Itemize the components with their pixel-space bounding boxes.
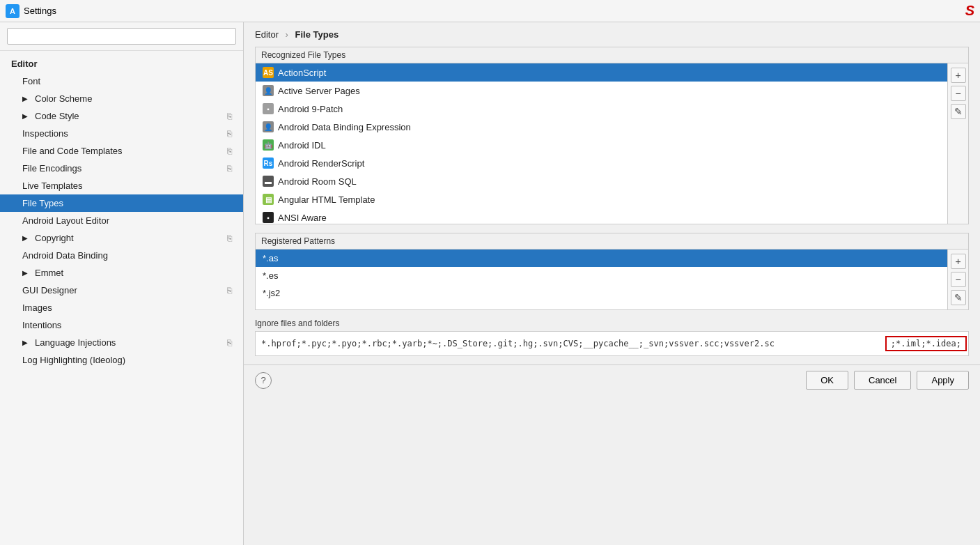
list-item-label: Android Room SQL bbox=[278, 176, 357, 187]
cancel-button[interactable]: Cancel bbox=[854, 371, 911, 390]
remove-file-type-button[interactable]: − bbox=[951, 86, 966, 101]
list-item-label: Active Server Pages bbox=[278, 86, 360, 96]
edit-file-type-button[interactable]: ✎ bbox=[951, 104, 966, 119]
apply-button[interactable]: Apply bbox=[917, 371, 969, 390]
add-pattern-button[interactable]: + bbox=[951, 254, 966, 269]
sidebar-item-label: Android Data Binding bbox=[22, 250, 108, 261]
list-item[interactable]: 🤖 Android IDL bbox=[256, 136, 947, 154]
sidebar-item-gui-designer[interactable]: GUI Designer ⎘ bbox=[0, 282, 243, 299]
list-item[interactable]: 👤 Android Data Binding Expression bbox=[256, 118, 947, 136]
brand-logo: S bbox=[965, 3, 974, 19]
file-type-icon-idl: 🤖 bbox=[263, 139, 274, 151]
list-item-label: Android 9-Patch bbox=[278, 104, 343, 114]
breadcrumb-separator: › bbox=[286, 29, 288, 40]
list-item[interactable]: ▪ Android 9-Patch bbox=[256, 100, 947, 118]
file-types-list[interactable]: AS ActionScript 👤 Active Server Pages ▪ … bbox=[256, 63, 947, 224]
copy-icon: ⎘ bbox=[227, 338, 232, 348]
sidebar-item-label: Images bbox=[22, 302, 52, 313]
file-type-icon-sql: ▬ bbox=[263, 176, 274, 187]
help-button[interactable]: ? bbox=[255, 372, 272, 389]
breadcrumb: Editor › File Types bbox=[244, 22, 980, 47]
file-types-buttons: + − ✎ bbox=[947, 63, 968, 224]
list-item[interactable]: 👤 Active Server Pages bbox=[256, 82, 947, 100]
app-icon: A bbox=[6, 4, 20, 18]
file-type-icon-angular: ▤ bbox=[263, 194, 274, 205]
search-box[interactable]: 🔍 bbox=[0, 22, 243, 51]
sidebar-item-label: Inspections bbox=[22, 128, 68, 139]
edit-pattern-button[interactable]: ✎ bbox=[951, 290, 966, 305]
sidebar-item-label: Intentions bbox=[22, 320, 61, 330]
list-item-label: *.as bbox=[263, 253, 278, 263]
ignore-input-highlighted: ;*.iml;*.idea; bbox=[885, 336, 967, 351]
sidebar-item-label: Language Injections bbox=[35, 337, 116, 348]
registered-patterns-text: Registered Patterns bbox=[261, 236, 335, 246]
list-item-label: ActionScript bbox=[278, 68, 326, 78]
sidebar-item-label: Live Templates bbox=[22, 181, 82, 191]
sidebar-item-intentions[interactable]: Intentions bbox=[0, 316, 243, 334]
list-item[interactable]: AS ActionScript bbox=[256, 63, 947, 82]
recognized-file-types-section: Recognized File Types AS ActionScript 👤 … bbox=[255, 47, 969, 224]
sidebar-item-label: Font bbox=[22, 76, 40, 86]
sidebar-item-label: File Types bbox=[22, 198, 63, 208]
title-bar: A Settings S bbox=[0, 0, 980, 22]
add-file-type-button[interactable]: + bbox=[951, 68, 966, 83]
file-type-icon-ansi: ▪ bbox=[263, 212, 274, 223]
list-item-label: Android IDL bbox=[278, 140, 326, 151]
chevron-icon: ▶ bbox=[22, 234, 31, 242]
sidebar-item-emmet[interactable]: ▶ Emmet bbox=[0, 264, 243, 282]
main-container: 🔍 Editor Font ▶ Color Scheme ▶ Code Styl… bbox=[0, 22, 980, 545]
recognized-file-types-label: Recognized File Types bbox=[256, 47, 968, 63]
copy-icon: ⎘ bbox=[227, 146, 232, 156]
list-item[interactable]: *.as bbox=[256, 250, 947, 267]
sidebar-item-copyright[interactable]: ▶ Copyright ⎘ bbox=[0, 229, 243, 247]
sidebar-item-android-data-binding[interactable]: Android Data Binding bbox=[0, 247, 243, 264]
chevron-icon: ▶ bbox=[22, 95, 31, 102]
ignore-input-left: *.hprof;*.pyc;*.pyo;*.rbc;*.yarb;*~;.DS_… bbox=[256, 336, 885, 351]
content-area: Editor › File Types Recognized File Type… bbox=[244, 22, 980, 545]
sidebar-item-images[interactable]: Images bbox=[0, 299, 243, 316]
copy-icon: ⎘ bbox=[227, 164, 232, 174]
sidebar-item-font[interactable]: Font bbox=[0, 72, 243, 90]
sidebar-item-label: Code Style bbox=[35, 111, 79, 121]
list-item[interactable]: ▪ ANSI Aware bbox=[256, 208, 947, 224]
patterns-buttons: + − ✎ bbox=[947, 250, 968, 309]
list-item[interactable]: *.js2 bbox=[256, 284, 947, 302]
bottom-right-buttons: OK Cancel Apply bbox=[806, 371, 969, 390]
sidebar-item-language-injections[interactable]: ▶ Language Injections ⎘ bbox=[0, 334, 243, 351]
patterns-list[interactable]: *.as *.es *.js2 bbox=[256, 250, 947, 309]
sidebar-item-inspections[interactable]: Inspections ⎘ bbox=[0, 125, 243, 142]
sidebar: 🔍 Editor Font ▶ Color Scheme ▶ Code Styl… bbox=[0, 22, 244, 545]
sidebar-item-live-templates[interactable]: Live Templates bbox=[0, 177, 243, 194]
registered-patterns-section: Registered Patterns *.as *.es *.js2 + bbox=[255, 233, 969, 310]
list-item-label: Android RenderScript bbox=[278, 158, 364, 169]
copy-icon: ⎘ bbox=[227, 286, 232, 295]
sidebar-item-label: GUI Designer bbox=[22, 285, 77, 295]
file-type-icon-adb: 👤 bbox=[263, 121, 274, 132]
list-item[interactable]: ▤ Angular HTML Template bbox=[256, 190, 947, 208]
patterns-container: *.as *.es *.js2 + − ✎ bbox=[256, 250, 968, 309]
list-item[interactable]: Rs Android RenderScript bbox=[256, 154, 947, 172]
sidebar-item-android-layout-editor[interactable]: Android Layout Editor bbox=[0, 212, 243, 229]
breadcrumb-parent: Editor bbox=[255, 29, 279, 40]
sidebar-item-file-code-templates[interactable]: File and Code Templates ⎘ bbox=[0, 142, 243, 160]
sidebar-item-log-highlighting[interactable]: Log Highlighting (Ideolog) bbox=[0, 351, 243, 369]
sidebar-item-color-scheme[interactable]: ▶ Color Scheme bbox=[0, 90, 243, 107]
search-input[interactable] bbox=[7, 28, 236, 45]
window-title: Settings bbox=[24, 6, 56, 16]
ok-button[interactable]: OK bbox=[806, 371, 848, 390]
sidebar-item-file-types[interactable]: File Types bbox=[0, 194, 243, 212]
recognized-file-types-text: Recognized File Types bbox=[261, 50, 345, 60]
list-item[interactable]: *.es bbox=[256, 267, 947, 284]
sidebar-item-label: Log Highlighting (Ideolog) bbox=[22, 355, 125, 365]
bottom-bar: ? OK Cancel Apply bbox=[244, 364, 980, 395]
ignore-input-wrapper[interactable]: *.hprof;*.pyc;*.pyo;*.rbc;*.yarb;*~;.DS_… bbox=[255, 331, 969, 356]
sidebar-item-file-encodings[interactable]: File Encodings ⎘ bbox=[0, 160, 243, 177]
sidebar-item-code-style[interactable]: ▶ Code Style ⎘ bbox=[0, 107, 243, 125]
list-item-label: *.js2 bbox=[263, 288, 280, 298]
sidebar-item-label: Emmet bbox=[35, 268, 63, 278]
list-item[interactable]: ▬ Android Room SQL bbox=[256, 172, 947, 190]
registered-patterns-label: Registered Patterns bbox=[256, 233, 968, 250]
copy-icon: ⎘ bbox=[227, 233, 232, 243]
sidebar-item-label: File and Code Templates bbox=[22, 146, 123, 156]
remove-pattern-button[interactable]: − bbox=[951, 272, 966, 287]
